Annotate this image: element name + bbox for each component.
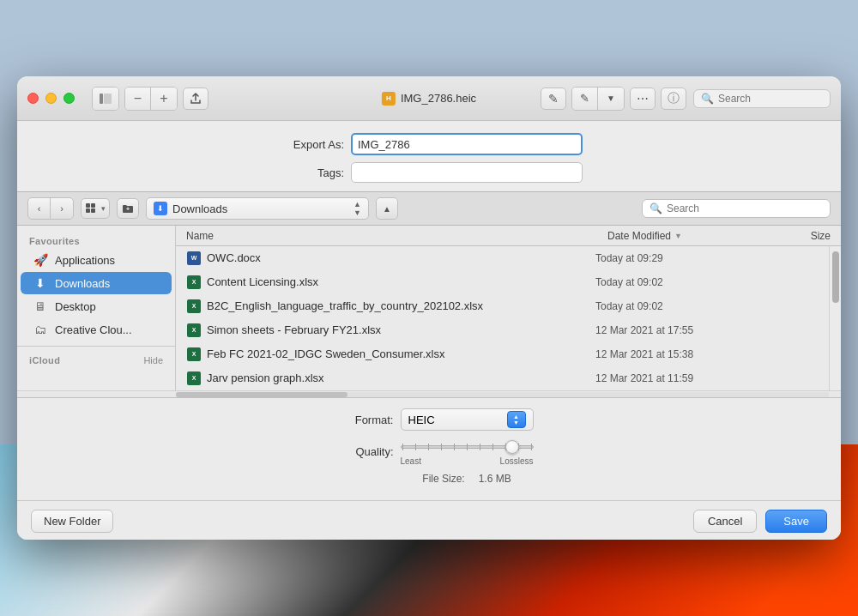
table-row[interactable]: X B2C_English_language_traffic_by_countr… xyxy=(176,294,829,318)
sidebar-item-creative-cloud[interactable]: 🗂 Creative Clou... xyxy=(21,318,172,341)
right-actions: Cancel Save xyxy=(693,510,827,533)
file-name: OWC.docx xyxy=(207,251,595,264)
nav-button-group xyxy=(92,87,119,111)
xlsx-file-icon: X xyxy=(186,347,202,362)
quality-slider[interactable] xyxy=(401,438,534,455)
table-row[interactable]: X Feb FC 2021-02_IDGC Sweden_Consumer.xl… xyxy=(176,342,829,366)
xlsx-file-icon: X xyxy=(186,371,202,386)
save-button[interactable]: Save xyxy=(765,510,827,533)
back-button[interactable]: ‹ xyxy=(28,198,51,219)
svg-rect-4 xyxy=(86,208,90,213)
quality-min-label: Least xyxy=(401,456,421,466)
downloads-label: Downloads xyxy=(55,277,110,290)
action-row: New Folder Cancel Save xyxy=(17,500,841,540)
top-search-input[interactable] xyxy=(718,93,823,105)
bottom-section: Format: HEIC ▲ ▼ Quality: xyxy=(17,397,841,500)
export-as-label: Export As: xyxy=(275,138,344,151)
creative-cloud-label: Creative Clou... xyxy=(55,323,132,336)
format-value: HEIC xyxy=(408,414,435,426)
zoom-button-group: − + xyxy=(124,87,178,111)
docx-file-icon: W xyxy=(186,251,202,266)
view-options-button[interactable]: ▾ xyxy=(81,198,110,219)
nav-search-input[interactable] xyxy=(667,202,823,214)
file-date: 12 Mar 2021 at 11:59 xyxy=(595,372,767,384)
share-button[interactable] xyxy=(183,88,208,110)
svg-rect-3 xyxy=(91,203,95,208)
scrollbar-thumb[interactable] xyxy=(832,251,839,303)
filesize-value: 1.6 MB xyxy=(479,473,511,485)
export-section: Export As: Tags: xyxy=(17,121,841,191)
action-button[interactable]: ⋯ xyxy=(630,88,656,110)
svg-rect-5 xyxy=(91,208,95,213)
format-dropdown-icon: ▲ ▼ xyxy=(507,411,526,428)
column-header-size[interactable]: Size xyxy=(779,230,831,242)
maximize-button[interactable] xyxy=(63,93,75,104)
h-scrollbar-thumb[interactable] xyxy=(176,392,347,397)
nav-search-bar[interactable]: 🔍 xyxy=(642,199,831,218)
info-button[interactable]: ⓘ xyxy=(661,88,686,110)
main-content: Favourites 🚀 Applications ⬇ Downloads 🖥 … xyxy=(17,226,841,390)
svg-rect-0 xyxy=(100,94,103,104)
window-title: IMG_2786.heic xyxy=(401,92,476,105)
file-list-container: Name Date Modified ▼ Size W OWC.docx Tod… xyxy=(176,226,841,390)
title-bar: − + H IMG_2786.heic ✎ ✎ ▼ ⋯ ⓘ xyxy=(17,76,841,121)
edit-icon-button[interactable]: ✎ xyxy=(541,88,566,110)
close-button[interactable] xyxy=(27,93,39,104)
search-icon: 🔍 xyxy=(701,93,714,105)
edit-group: ✎ ▼ xyxy=(571,87,625,111)
icloud-section-header: iCloud Hide xyxy=(17,352,175,367)
slider-thumb[interactable] xyxy=(505,440,519,454)
favourites-section-label: Favourites xyxy=(17,233,175,248)
zoom-in-button[interactable]: + xyxy=(151,88,177,110)
filesize-label: File Size: xyxy=(422,473,464,485)
table-row[interactable]: X Jarv pension graph.xlsx 12 Mar 2021 at… xyxy=(176,366,829,390)
icloud-label: iCloud xyxy=(29,355,60,365)
format-selector[interactable]: HEIC ▲ ▼ xyxy=(401,408,534,431)
forward-button[interactable]: › xyxy=(51,198,73,219)
zoom-out-button[interactable]: − xyxy=(125,88,151,110)
xlsx-file-icon: X xyxy=(186,299,202,314)
edit-toggle[interactable]: ✎ xyxy=(572,88,598,110)
file-name: Content Licensing.xlsx xyxy=(207,275,595,288)
scrollbar[interactable] xyxy=(829,246,841,390)
xlsx-file-icon: X xyxy=(186,323,202,338)
sidebar-item-desktop[interactable]: 🖥 Desktop xyxy=(21,295,172,317)
quality-max-label: Lossless xyxy=(500,456,534,466)
svg-rect-2 xyxy=(86,203,90,208)
sidebar-item-downloads[interactable]: ⬇ Downloads xyxy=(21,272,172,294)
slider-labels: Least Lossless xyxy=(401,456,534,466)
location-dropdown[interactable]: ⬇ Downloads ▲ ▼ xyxy=(146,197,369,220)
downloads-icon: ⬇ xyxy=(33,275,48,291)
format-label: Format: xyxy=(325,414,394,426)
navigation-row: ‹ › ▾ + ⬇ Downloads ▲ ▼ xyxy=(17,191,841,226)
table-row[interactable]: W OWC.docx Today at 09:29 xyxy=(176,246,829,270)
file-list: W OWC.docx Today at 09:29 X Content Lice… xyxy=(176,246,829,390)
window-title-area: H IMG_2786.heic xyxy=(382,92,476,106)
edit-dropdown[interactable]: ▼ xyxy=(598,88,624,110)
up-directory-button[interactable]: ▲ xyxy=(376,197,398,220)
format-dropdown[interactable]: HEIC ▲ ▼ xyxy=(401,408,534,431)
quality-label: Quality: xyxy=(325,445,394,458)
xlsx-file-icon: X xyxy=(186,275,202,290)
new-folder-button[interactable]: New Folder xyxy=(31,510,113,533)
tags-input[interactable] xyxy=(351,162,583,183)
file-name: B2C_English_language_traffic_by_country_… xyxy=(207,299,595,312)
traffic-lights xyxy=(27,93,75,104)
column-header-name[interactable]: Name xyxy=(186,230,607,242)
cancel-button[interactable]: Cancel xyxy=(693,510,757,533)
sidebar-item-applications[interactable]: 🚀 Applications xyxy=(21,249,172,271)
location-icon: ⬇ xyxy=(154,202,167,215)
horizontal-scrollbar[interactable] xyxy=(17,390,841,397)
sidebar-toggle-button[interactable] xyxy=(93,88,118,110)
top-search-bar[interactable]: 🔍 xyxy=(693,89,831,108)
column-header-date[interactable]: Date Modified ▼ xyxy=(607,230,779,242)
new-location-button[interactable]: + xyxy=(117,198,139,219)
file-date: Today at 09:29 xyxy=(595,252,767,264)
table-row[interactable]: X Simon sheets - February FY21.xlsx 12 M… xyxy=(176,318,829,342)
filename-input[interactable] xyxy=(351,133,583,155)
table-row[interactable]: X Content Licensing.xlsx Today at 09:02 xyxy=(176,270,829,294)
minimize-button[interactable] xyxy=(45,93,57,104)
hide-link[interactable]: Hide xyxy=(143,355,163,365)
desktop-label: Desktop xyxy=(55,300,96,313)
file-date: Today at 09:02 xyxy=(595,276,767,288)
